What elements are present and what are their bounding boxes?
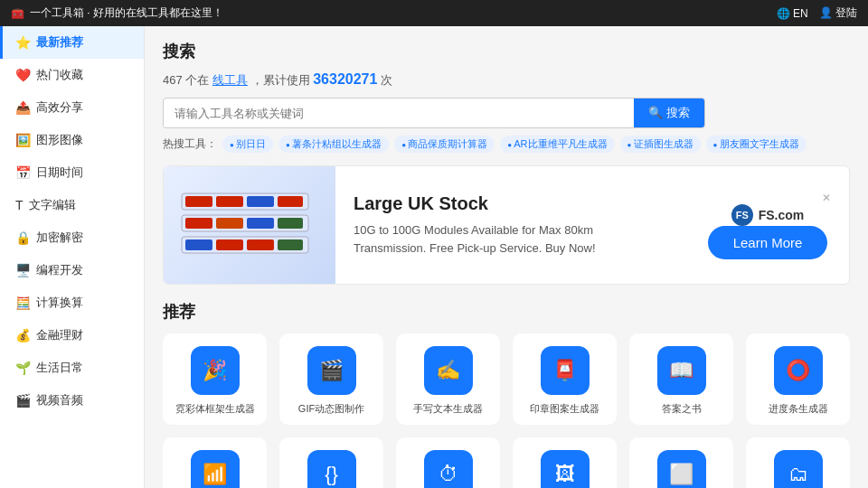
- svg-rect-6: [185, 218, 212, 229]
- hot-tag[interactable]: 证插图生成器: [620, 136, 701, 153]
- svg-rect-13: [247, 239, 274, 250]
- tool-icon-timeline: ⏱: [424, 450, 473, 488]
- svg-rect-7: [216, 218, 243, 229]
- tool-card-handwrite[interactable]: ✍️ 手写文本生成器: [396, 333, 500, 425]
- sidebar-item-text[interactable]: T 文字编辑: [0, 189, 144, 221]
- tool-card-stamp[interactable]: 📮 印章图案生成器: [513, 333, 617, 425]
- tool-icon-json: {}: [307, 450, 356, 488]
- recommended-title: 推荐: [163, 301, 850, 323]
- svg-rect-12: [216, 239, 243, 250]
- sidebar-label-daily: 日期时间: [36, 164, 83, 181]
- sidebar-icon-dev: 🖥️: [15, 263, 31, 277]
- tool-name-handwrite: 手写文本生成器: [413, 402, 483, 416]
- topbar-right: 🌐 EN 👤 登陆: [777, 5, 857, 21]
- tool-icon-layer: 🗂: [774, 450, 823, 488]
- tool-card-compare[interactable]: ⬜ 图片比较: [629, 437, 733, 488]
- sidebar-item-dev[interactable]: 🖥️ 编程开发: [0, 254, 144, 286]
- lang-toggle[interactable]: 🌐 EN: [777, 7, 808, 20]
- sidebar-item-calc[interactable]: 🧮 计算换算: [0, 286, 144, 319]
- sidebar-item-finance[interactable]: 💰 金融理财: [0, 319, 144, 352]
- sidebar-icon-share: 📤: [15, 100, 31, 115]
- search-input[interactable]: [164, 100, 634, 127]
- stats-unit: 次: [381, 73, 392, 87]
- sidebar-icon-daily: 📅: [15, 165, 31, 180]
- tools-grid: 🎉 霓彩体框架生成器 🎬 GIF动态图制作 ✍️ 手写文本生成器 📮 印章图案生…: [163, 333, 850, 488]
- recommended-section: 推荐 🎉 霓彩体框架生成器 🎬 GIF动态图制作 ✍️ 手写文本生成器 📮 印章…: [163, 301, 850, 488]
- main-content: 搜索 467 个在 线工具 ，累计使用 36320271 次 🔍 搜索 热搜工具…: [145, 26, 868, 488]
- ad-right: ✕ FS FS.com Learn More: [686, 177, 849, 274]
- sidebar-item-life[interactable]: 🌱 生活日常: [0, 352, 144, 384]
- ad-logo-text: FS.com: [759, 208, 805, 222]
- sidebar-item-share[interactable]: 📤 高效分享: [0, 91, 144, 124]
- stats-prefix: 467 个在: [163, 73, 209, 87]
- sidebar-item-code[interactable]: 🔒 加密解密: [0, 221, 144, 254]
- tool-icon-loading: ⭕: [774, 346, 823, 395]
- ad-logo-icon: FS: [731, 204, 753, 226]
- tool-card-gif[interactable]: 🎬 GIF动态图制作: [279, 333, 383, 425]
- layout: ⭐ 最新推荐❤️ 热门收藏📤 高效分享🖼️ 图形图像📅 日期时间T 文字编辑🔒 …: [0, 26, 868, 488]
- tool-card-book[interactable]: 📖 答案之书: [629, 333, 733, 425]
- hot-label: 热搜工具：: [163, 136, 217, 152]
- sidebar-icon-favorites: ❤️: [15, 68, 31, 82]
- sidebar-label-media: 视频音频: [36, 392, 83, 408]
- sidebar: ⭐ 最新推荐❤️ 热门收藏📤 高效分享🖼️ 图形图像📅 日期时间T 文字编辑🔒 …: [0, 26, 145, 488]
- login-button[interactable]: 👤 登陆: [819, 5, 857, 21]
- learn-more-button[interactable]: Learn More: [708, 226, 828, 259]
- ad-description: 10G to 100G Modules Available for Max 80…: [354, 221, 668, 257]
- tool-card-wifi[interactable]: 📶 抗线图生成器: [163, 437, 267, 488]
- topbar-icon: 🧰: [11, 7, 24, 20]
- svg-rect-11: [185, 239, 212, 250]
- hot-tag[interactable]: 薯条汁粘组以生成器: [278, 136, 389, 153]
- search-button[interactable]: 🔍 搜索: [634, 99, 704, 127]
- tool-card-whiteboard[interactable]: 🖼 手绘漫钩共图片生成器: [513, 437, 617, 488]
- sidebar-icon-finance: 💰: [15, 328, 31, 343]
- tool-name-gif: GIF动态图制作: [298, 402, 364, 416]
- tool-name-book: 答案之书: [662, 402, 702, 416]
- sidebar-icon-recommend: ⭐: [15, 35, 31, 50]
- sidebar-item-favorites[interactable]: ❤️ 热门收藏: [0, 59, 144, 91]
- tool-card-loading[interactable]: ⭕ 进度条生成器: [746, 333, 850, 425]
- ad-close-button[interactable]: ✕: [822, 192, 831, 204]
- search-bar: 🔍 搜索: [163, 98, 705, 128]
- sidebar-icon-calc: 🧮: [15, 296, 31, 310]
- ad-banner: Large UK Stock 10G to 100G Modules Avail…: [163, 165, 850, 285]
- sidebar-label-dev: 编程开发: [36, 262, 83, 278]
- ad-image: [164, 166, 335, 284]
- tool-icon-compare: ⬜: [657, 450, 706, 488]
- sidebar-icon-image: 🖼️: [15, 133, 31, 147]
- tool-card-layer[interactable]: 🗂 图片加水印: [746, 437, 850, 488]
- ad-content: Large UK Stock 10G to 100G Modules Avail…: [335, 179, 686, 271]
- sidebar-item-recommend[interactable]: ⭐ 最新推荐: [0, 26, 144, 59]
- hot-tag[interactable]: 朋友圈文字生成器: [706, 136, 807, 153]
- svg-rect-1: [185, 196, 212, 207]
- hot-tag[interactable]: 商品保质期计算器: [394, 136, 495, 153]
- topbar: 🧰 一个工具箱 · 好用的在线工具都在这里！ 🌐 EN 👤 登陆: [0, 0, 868, 26]
- tool-card-timeline[interactable]: ⏱ 班时计器: [396, 437, 500, 488]
- hot-tag[interactable]: AR比重维平凡生成器: [500, 136, 614, 153]
- search-section: 搜索 467 个在 线工具 ，累计使用 36320271 次 🔍 搜索 热搜工具…: [163, 41, 850, 153]
- svg-rect-3: [247, 196, 274, 207]
- sidebar-icon-media: 🎬: [15, 393, 31, 408]
- tool-card-json[interactable]: {} JSONPath解析器: [279, 437, 383, 488]
- stats-line: 467 个在 线工具 ，累计使用 36320271 次: [163, 71, 850, 89]
- sidebar-icon-life: 🌱: [15, 361, 31, 375]
- tool-name-loading: 进度条生成器: [769, 402, 828, 416]
- hot-tag[interactable]: 别日日: [222, 136, 273, 153]
- sidebar-label-calc: 计算换算: [36, 295, 83, 311]
- sidebar-label-favorites: 热门收藏: [36, 67, 83, 83]
- sidebar-item-media[interactable]: 🎬 视频音频: [0, 384, 144, 417]
- sidebar-item-image[interactable]: 🖼️ 图形图像: [0, 124, 144, 156]
- svg-rect-2: [216, 196, 243, 207]
- stats-link[interactable]: 线工具: [212, 73, 248, 87]
- sidebar-label-life: 生活日常: [36, 360, 83, 376]
- tool-card-wow[interactable]: 🎉 霓彩体框架生成器: [163, 333, 267, 425]
- sidebar-icon-code: 🔒: [15, 230, 31, 245]
- tool-icon-gif: 🎬: [307, 346, 356, 395]
- tool-icon-book: 📖: [657, 346, 706, 395]
- sidebar-item-daily[interactable]: 📅 日期时间: [0, 156, 144, 189]
- ad-logo: FS FS.com: [731, 204, 805, 226]
- sidebar-label-code: 加密解密: [36, 230, 83, 246]
- search-title: 搜索: [163, 41, 850, 62]
- sidebar-icon-text: T: [15, 198, 24, 212]
- svg-rect-14: [278, 239, 303, 250]
